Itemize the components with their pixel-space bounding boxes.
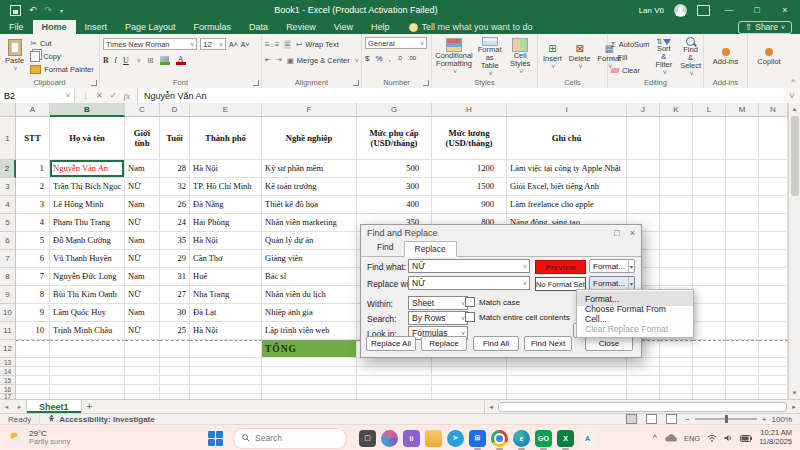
column-header-G[interactable]: G [357, 103, 432, 117]
replace-all-button[interactable]: Replace All [366, 336, 416, 351]
vertical-scrollbar[interactable]: ▴ ▾ [788, 103, 800, 399]
row-header-3[interactable]: 3 [0, 178, 16, 196]
cell-B14[interactable] [50, 367, 125, 376]
ribbon-tab-view[interactable]: View [325, 20, 362, 34]
cell-I13[interactable] [507, 358, 627, 367]
cell-K6[interactable] [660, 232, 693, 250]
copy-button[interactable]: Copy [30, 50, 94, 62]
insert-function-icon[interactable]: fx [123, 91, 130, 101]
cell-D12[interactable] [160, 340, 190, 358]
cell-K1[interactable] [660, 117, 693, 160]
format-painter-button[interactable]: Format Painter [30, 63, 94, 75]
decrease-indent-icon[interactable]: ⇤ [265, 56, 271, 64]
cell-M8[interactable] [726, 268, 759, 286]
cell-B6[interactable]: Đỗ Mạnh Cường [50, 232, 125, 250]
copilot-button[interactable]: Copilot [755, 48, 782, 66]
cell-B5[interactable]: Phạm Thu Trang [50, 214, 125, 232]
new-sheet-icon[interactable]: + [82, 400, 98, 413]
a-app-icon[interactable]: A [579, 430, 596, 447]
cell-J15[interactable] [627, 376, 660, 385]
cell-F10[interactable]: Nhiếp ảnh gia [262, 304, 357, 322]
cancel-entry-icon[interactable]: ✕ [96, 91, 103, 100]
borders-button[interactable]: ⊞ [147, 56, 154, 65]
replace-format-dropdown-icon[interactable]: ▾ [628, 277, 634, 289]
row-header-14[interactable]: 14 [0, 367, 16, 376]
column-header-I[interactable]: I [507, 103, 627, 117]
cell-C4[interactable]: Nam [125, 196, 160, 214]
zoom-in-icon[interactable]: + [762, 415, 767, 424]
ribbon-tab-data[interactable]: Data [240, 20, 277, 34]
cell-D5[interactable]: 24 [160, 214, 190, 232]
cell-F4[interactable]: Thiết kế đồ họa [262, 196, 357, 214]
cell-E10[interactable]: Đà Lạt [190, 304, 262, 322]
cell-L9[interactable] [693, 286, 726, 304]
row-header-4[interactable]: 4 [0, 196, 16, 214]
taskbar-clock[interactable]: 10:21 AM 11/8/2025 [759, 429, 792, 446]
confirm-entry-icon[interactable]: ✓ [110, 91, 117, 100]
italic-button[interactable]: I [114, 56, 117, 65]
cell-N4[interactable] [759, 196, 788, 214]
row-header-2[interactable]: 2 [0, 160, 16, 178]
cell-B8[interactable]: Nguyễn Đức Long [50, 268, 125, 286]
cell-A3[interactable]: 2 [16, 178, 50, 196]
cell-C2[interactable]: Nam [125, 160, 160, 178]
cell-E15[interactable] [190, 376, 262, 385]
cell-E7[interactable]: Cần Thơ [190, 250, 262, 268]
cell-E8[interactable]: Huế [190, 268, 262, 286]
scroll-down-icon[interactable]: ▾ [789, 387, 800, 399]
copilot-icon[interactable] [381, 430, 398, 447]
cell-L10[interactable] [693, 304, 726, 322]
cell-B4[interactable]: Lê Hồng Minh [50, 196, 125, 214]
cell-M16[interactable] [726, 385, 759, 394]
cell-E6[interactable]: Hà Nội [190, 232, 262, 250]
cell-M11[interactable] [726, 322, 759, 340]
match-case-box[interactable] [465, 297, 475, 307]
ribbon-tab-insert[interactable]: Insert [76, 20, 117, 34]
cell-C1[interactable]: Giới tính [125, 117, 160, 160]
delete-cells-button[interactable]: ⊠Delete˅ [567, 37, 593, 77]
cell-M15[interactable] [726, 376, 759, 385]
cell-N13[interactable] [759, 358, 788, 367]
font-size-select[interactable]: 12˅ [200, 38, 226, 50]
cell-N3[interactable] [759, 178, 788, 196]
cell-C9[interactable]: NỮ [125, 286, 160, 304]
excel-icon[interactable]: X [557, 430, 574, 447]
cell-D16[interactable] [160, 385, 190, 394]
cell-N5[interactable] [759, 214, 788, 232]
close-button[interactable]: × [776, 5, 794, 15]
column-header-K[interactable]: K [660, 103, 693, 117]
cell-A7[interactable]: 6 [16, 250, 50, 268]
menu-item-choose-format-from-cell[interactable]: Choose Format From Cell... [577, 306, 693, 321]
cell-L16[interactable] [693, 385, 726, 394]
cell-I3[interactable]: Giỏi Excel, biết tiếng Anh [507, 178, 627, 196]
zoom-slider-thumb[interactable] [725, 415, 728, 423]
within-select[interactable]: Sheet˅ [408, 296, 468, 310]
row-header-15[interactable]: 15 [0, 376, 16, 385]
merge-center-button[interactable]: ▣Merge & Center˅ [287, 54, 359, 66]
cell-D2[interactable]: 28 [160, 160, 190, 178]
cell-H4[interactable]: 900 [432, 196, 507, 214]
column-header-B[interactable]: B [50, 103, 125, 117]
cell-D11[interactable]: 25 [160, 322, 190, 340]
edge-icon[interactable]: e [513, 430, 530, 447]
cell-M4[interactable] [726, 196, 759, 214]
restore-button[interactable]: □ [748, 5, 766, 15]
increase-indent-icon[interactable]: ⇥ [276, 56, 282, 64]
accounting-format-icon[interactable]: $ [365, 54, 369, 63]
cell-H15[interactable] [432, 376, 507, 385]
cell-G2[interactable]: 500 [357, 160, 432, 178]
language-indicator[interactable]: ENG [684, 434, 700, 443]
cell-L2[interactable] [693, 160, 726, 178]
cell-G14[interactable] [357, 367, 432, 376]
cell-N8[interactable] [759, 268, 788, 286]
cell-A10[interactable]: 9 [16, 304, 50, 322]
conditional-formatting-button[interactable]: Conditional Formatting˅ [435, 37, 473, 77]
tray-chevron-icon[interactable]: ^ [653, 433, 657, 443]
cell-G1[interactable]: Mức phụ cấp (USD/tháng) [357, 117, 432, 160]
cell-F7[interactable]: Giảng viên [262, 250, 357, 268]
underline-button[interactable]: U [123, 56, 129, 65]
cell-B12[interactable] [50, 340, 125, 358]
cell-M7[interactable] [726, 250, 759, 268]
cell-L6[interactable] [693, 232, 726, 250]
grow-font-icon[interactable]: A˄ [229, 41, 238, 48]
